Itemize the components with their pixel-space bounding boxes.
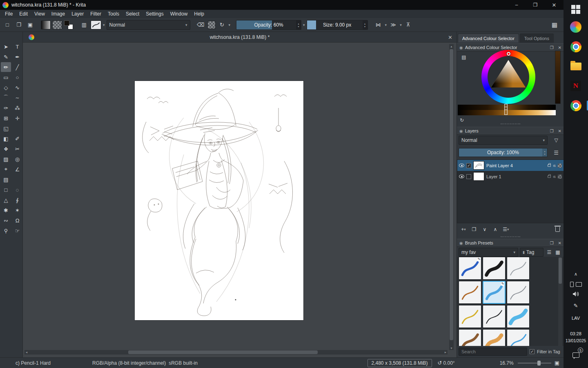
brush-search-input[interactable]	[459, 348, 527, 356]
taskbar-krita-icon[interactable]	[564, 20, 588, 34]
tool-text[interactable]: T	[12, 42, 22, 52]
float-docker-icon[interactable]: ❐	[550, 45, 554, 50]
tool-edit-shapes[interactable]: ✎	[1, 52, 11, 62]
brush-grid-scroll-thumb[interactable]	[559, 258, 562, 284]
tool-calligraphy[interactable]: ✒	[12, 52, 22, 62]
layer-opacity-slider[interactable]: Opacity: 100% ▴▾	[459, 148, 548, 157]
brush-preset-fountain-pen[interactable]	[483, 305, 506, 328]
document-close-icon[interactable]: ✕	[448, 32, 452, 43]
layer-alpha-checker-icon[interactable]	[558, 164, 562, 168]
tool-bezier-select[interactable]: ∾	[1, 215, 11, 225]
menu-file[interactable]: File	[2, 10, 16, 18]
tool-polygon[interactable]: ◇	[1, 83, 11, 92]
layer-lock-icon[interactable]	[548, 164, 551, 167]
mirror-vertical-icon[interactable]: ≫	[388, 20, 398, 30]
horizontal-scrollbar[interactable]: ◄ ►	[24, 350, 448, 355]
brush-preset-brush-brown[interactable]	[459, 329, 481, 346]
tool-gradient[interactable]: ◧	[1, 134, 11, 144]
menu-help[interactable]: Help	[191, 10, 207, 18]
scroll-right-arrow[interactable]: ►	[443, 350, 448, 355]
tool-zoom[interactable]: ⚲	[1, 226, 11, 236]
brush-preset-chalk-orange[interactable]	[483, 329, 506, 346]
layers-float-icon[interactable]: ❐	[550, 129, 554, 133]
taskbar-files-icon[interactable]	[564, 59, 588, 74]
brush-editor-button[interactable]	[91, 20, 101, 29]
tool-crop[interactable]: ◱	[1, 123, 11, 133]
layer-alpha-checker-icon[interactable]	[558, 175, 562, 179]
tool-rectangle[interactable]: ▭	[1, 72, 11, 82]
menu-filter[interactable]: Filter	[87, 10, 105, 18]
scroll-down-arrow[interactable]: ▼	[449, 346, 454, 350]
gradient-chooser[interactable]	[41, 20, 51, 29]
delete-layer-button[interactable]	[552, 225, 562, 234]
minimize-button[interactable]: –	[507, 0, 526, 10]
vertical-scroll-thumb[interactable]	[450, 49, 453, 340]
vertical-scrollbar[interactable]: ▲ ▼	[449, 44, 454, 350]
taskbar-netflix-icon[interactable]: N	[564, 79, 588, 93]
brush-preset-pencil-brown[interactable]	[459, 281, 481, 304]
layer-opacity-spinner[interactable]: ▴▾	[542, 148, 547, 157]
menu-layer[interactable]: Layer	[68, 10, 87, 18]
eraser-mode-icon[interactable]: ⌫	[196, 20, 206, 30]
size-slider[interactable]: Size: 9.00 px ▴▾	[307, 20, 368, 30]
tag-button[interactable]: ▮ Tag	[520, 248, 543, 257]
fit-canvas-icon[interactable]: ▣	[555, 360, 559, 366]
tool-magnetic-select[interactable]: Ω	[12, 215, 22, 225]
taskbar-chrome-icon[interactable]	[564, 39, 588, 54]
layer-row-paint-layer-4[interactable]: ✓ Paint Layer 4 α	[457, 160, 564, 171]
fg-bg-color-chooser[interactable]	[64, 20, 74, 30]
reload-preset-icon[interactable]: ↻	[217, 20, 227, 30]
menu-edit[interactable]: Edit	[16, 10, 31, 18]
saturation-value-triangle[interactable]	[490, 59, 527, 94]
zoom-slider-handle[interactable]	[537, 361, 541, 366]
brush-preset-marker-blue-selected[interactable]: ✎	[483, 281, 506, 304]
close-button[interactable]: ✕	[545, 0, 564, 10]
mirror-vertical-caret[interactable]: ▾	[400, 23, 402, 27]
open-document-icon[interactable]: ❐	[14, 20, 24, 30]
brush-presets-close-icon[interactable]: ✕	[558, 241, 561, 245]
brush-preset-pen-silver[interactable]	[507, 281, 530, 304]
layer-row-layer-1[interactable]: Layer 1 α	[457, 171, 564, 182]
menu-view[interactable]: View	[31, 10, 48, 18]
list-view-icon[interactable]: ☰	[545, 248, 553, 257]
horizontal-scroll-thumb[interactable]	[128, 350, 318, 354]
tool-freehand-path[interactable]: ～	[12, 93, 22, 103]
tool-multibrush[interactable]: ⁂	[12, 103, 22, 113]
add-layer-button[interactable]: +▾	[459, 225, 468, 234]
tool-reference-images[interactable]: ▤	[1, 175, 11, 184]
tool-polygon-select[interactable]: △	[1, 195, 11, 205]
brush-preset-waterpen-blue[interactable]	[507, 329, 530, 346]
tool-measure[interactable]: ∠	[12, 164, 22, 174]
brush-preset-ink-brush-blue[interactable]: ✎	[459, 257, 481, 280]
refresh-history-icon[interactable]: ↻	[459, 117, 465, 123]
reload-caret[interactable]: ▾	[229, 23, 231, 27]
brush-editor-caret[interactable]: ▾	[103, 23, 105, 27]
tool-enclose-fill[interactable]: ◎	[12, 154, 22, 164]
duplicate-layer-button[interactable]: ❐	[469, 225, 479, 234]
menu-image[interactable]: Image	[48, 10, 68, 18]
hidden-icons-chevron[interactable]: ∧	[564, 270, 588, 278]
tool-dynamic-brush[interactable]: ✑	[1, 103, 11, 113]
tool-ellipse[interactable]: ○	[12, 72, 22, 82]
move-layer-down-button[interactable]: ∨	[480, 225, 490, 234]
mirror-caret[interactable]: ▾	[385, 23, 387, 27]
brush-grid-scrollbar[interactable]	[558, 257, 562, 346]
tool-move[interactable]: ✛	[12, 113, 22, 123]
tool-smart-patch[interactable]: ✂	[12, 144, 22, 154]
layer-blend-mode-dropdown[interactable]: Normal ▾	[459, 136, 548, 145]
menu-tools[interactable]: Tools	[105, 10, 122, 18]
tool-color-sampler[interactable]: ✐	[12, 134, 22, 144]
tool-contiguous-select[interactable]: ✶	[12, 205, 22, 215]
shade-marker[interactable]	[504, 104, 508, 115]
layer-filter-icon[interactable]: ▽	[551, 136, 561, 145]
tool-ellipse-select[interactable]: ◌	[12, 185, 22, 195]
tool-polyline[interactable]: ∿	[12, 83, 22, 92]
new-document-icon[interactable]: □	[2, 20, 12, 30]
brush-preset-highlighter-blue[interactable]	[507, 305, 530, 328]
tool-fill[interactable]: ▨	[1, 154, 11, 164]
opacity-caret[interactable]: ▾	[303, 23, 305, 27]
brush-presets-float-icon[interactable]: ❐	[550, 241, 554, 245]
clock-time[interactable]: 03:28	[564, 330, 588, 337]
scroll-up-arrow[interactable]: ▲	[449, 44, 454, 48]
stylus-button[interactable]: ✎	[564, 302, 588, 309]
